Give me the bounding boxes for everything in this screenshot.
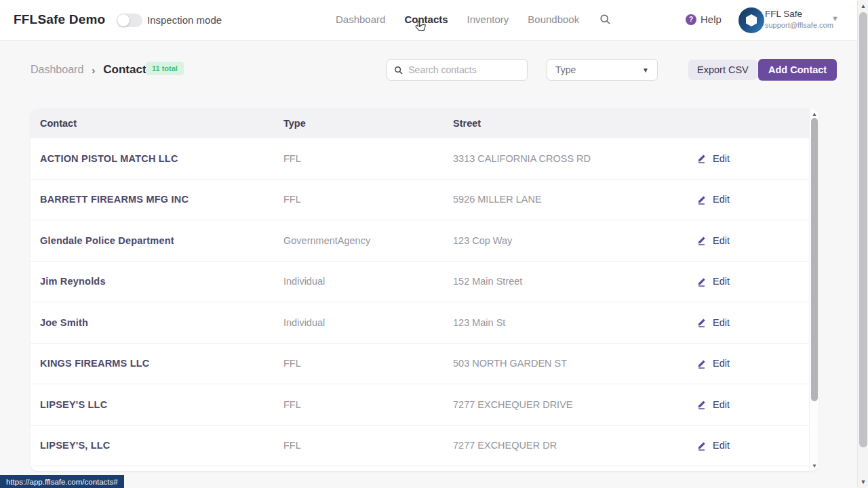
contact-name[interactable]: KINGS FIREARMS LLC (31, 358, 274, 369)
contact-name[interactable]: Glendale Police Department (31, 235, 274, 246)
edit-button[interactable]: Edit (697, 235, 730, 246)
hexagon-logo-icon (746, 14, 757, 26)
edit-button[interactable]: Edit (697, 317, 730, 328)
pencil-icon (697, 441, 707, 451)
contacts-table: Contact Type Street ACTION PISTOL MATCH … (31, 108, 818, 471)
search-icon (394, 65, 403, 75)
contact-street: 5926 MILLER LANE (443, 194, 688, 205)
contact-street: 152 Main Street (443, 276, 688, 287)
pencil-icon (697, 195, 707, 205)
contact-type: Individual (274, 317, 443, 328)
table-header-row: Contact Type Street (31, 108, 809, 138)
contact-name[interactable]: ACTION PISTOL MATCH LLC (31, 153, 274, 164)
pencil-icon (697, 235, 707, 245)
inspection-mode-toggle[interactable] (117, 14, 142, 27)
edit-button[interactable]: Edit (697, 440, 730, 451)
type-filter-dropdown[interactable]: Type ▼ (547, 59, 658, 81)
pencil-icon (697, 277, 707, 287)
total-count-badge: 11 total (146, 62, 184, 75)
window-scrollbar[interactable]: ▲ ▼ (857, 0, 868, 488)
edit-label: Edit (713, 153, 730, 164)
chevron-down-icon[interactable]: ▼ (831, 14, 839, 22)
brand-logo[interactable]: FFLSafe Demo (14, 12, 105, 27)
inspection-mode-label: Inspection mode (147, 14, 222, 26)
breadcrumb-dashboard[interactable]: Dashboard (31, 64, 83, 76)
export-csv-button[interactable]: Export CSV (688, 60, 757, 80)
scroll-up-icon[interactable]: ▲ (810, 110, 818, 118)
help-button[interactable]: ? Help (686, 14, 722, 25)
contact-name[interactable]: Jim Reynolds (31, 276, 274, 287)
table-row[interactable]: LIPSEY'S, LLC FFL 7277 EXCHEQUER DR Edit (31, 426, 809, 467)
contact-name[interactable]: LIPSEY'S, LLC (31, 440, 274, 451)
contact-type: GovernmentAgency (274, 235, 443, 246)
table-scrollbar[interactable]: ▲ ▼ (809, 108, 818, 471)
edit-label: Edit (713, 317, 730, 328)
edit-label: Edit (713, 194, 730, 205)
contact-street: 503 NORTH GARDEN ST (443, 358, 688, 369)
nav-boundbook[interactable]: Boundbook (528, 14, 579, 25)
table-row[interactable]: ACTION PISTOL MATCH LLC FFL 3313 CALIFOR… (31, 138, 809, 180)
scroll-down-icon[interactable]: ▼ (810, 462, 818, 470)
help-label: Help (701, 14, 722, 25)
nav-inventory[interactable]: Inventory (467, 14, 509, 25)
user-name: FFL Safe (765, 9, 802, 19)
pencil-icon (697, 399, 707, 409)
pencil-icon (697, 317, 707, 327)
table-body: ACTION PISTOL MATCH LLC FFL 3313 CALIFOR… (31, 138, 818, 466)
contact-name[interactable]: BARRETT FIREARMS MFG INC (31, 194, 274, 205)
column-header-type: Type (274, 118, 443, 129)
edit-button[interactable]: Edit (697, 358, 730, 369)
user-email: support@fflsafe.com (765, 21, 833, 29)
table-row[interactable]: Glendale Police Department GovernmentAge… (31, 220, 809, 262)
search-input[interactable] (408, 64, 520, 75)
contact-type: FFL (274, 153, 443, 164)
contact-type: Individual (274, 276, 443, 287)
contact-type: FFL (274, 194, 443, 205)
contact-street: 123 Cop Way (443, 235, 688, 246)
edit-label: Edit (713, 358, 730, 369)
search-icon[interactable] (599, 14, 611, 25)
contact-street: 123 Main St (443, 317, 688, 328)
contact-street: 3313 CALIFORNIA CROSS RD (443, 153, 688, 164)
breadcrumb-chevron-icon: › (92, 64, 95, 76)
contact-type: FFL (274, 358, 443, 369)
column-header-contact: Contact (31, 118, 274, 129)
app-header: FFLSafe Demo Inspection mode Dashboard C… (0, 0, 868, 41)
type-filter-label: Type (555, 64, 576, 75)
table-scrollbar-thumb[interactable] (811, 118, 818, 401)
contact-type: FFL (274, 440, 443, 451)
scroll-up-icon[interactable]: ▲ (858, 1, 868, 11)
pencil-icon (697, 359, 707, 369)
edit-button[interactable]: Edit (697, 194, 730, 205)
contact-street: 7277 EXCHEQUER DRIVE (443, 399, 688, 410)
breadcrumb: Dashboard › Contacts (31, 63, 153, 77)
table-row[interactable]: Jim Reynolds Individual 152 Main Street … (31, 262, 809, 303)
edit-label: Edit (713, 235, 730, 246)
table-row[interactable]: Joe Smith Individual 123 Main St Edit (31, 302, 809, 344)
pencil-icon (697, 153, 707, 163)
add-contact-button[interactable]: Add Contact (758, 59, 837, 81)
edit-label: Edit (713, 276, 730, 287)
table-row[interactable]: BARRETT FIREARMS MFG INC FFL 5926 MILLER… (31, 180, 809, 221)
window-scrollbar-thumb[interactable] (859, 12, 867, 447)
chevron-down-icon: ▼ (642, 66, 649, 74)
contact-name[interactable]: LIPSEY'S LLC (31, 399, 274, 410)
table-row[interactable]: KINGS FIREARMS LLC FFL 503 NORTH GARDEN … (31, 344, 809, 385)
table-row[interactable]: LIPSEY'S LLC FFL 7277 EXCHEQUER DRIVE Ed… (31, 384, 809, 426)
scroll-down-icon[interactable]: ▼ (858, 477, 868, 487)
nav-dashboard[interactable]: Dashboard (336, 14, 385, 25)
toggle-knob (117, 14, 130, 26)
help-icon: ? (686, 14, 696, 25)
edit-button[interactable]: Edit (697, 153, 730, 164)
nav-contacts[interactable]: Contacts (404, 14, 448, 25)
edit-button[interactable]: Edit (697, 276, 730, 287)
status-bar-url: https://app.fflsafe.com/contacts# (0, 475, 124, 488)
main-nav: Dashboard Contacts Inventory Boundbook (336, 14, 611, 25)
contact-type: FFL (274, 399, 443, 410)
avatar[interactable] (738, 7, 764, 33)
contact-street: 7277 EXCHEQUER DR (443, 440, 688, 451)
edit-label: Edit (713, 440, 730, 451)
contact-name[interactable]: Joe Smith (31, 317, 274, 328)
edit-button[interactable]: Edit (697, 399, 730, 410)
column-header-street: Street (443, 118, 688, 129)
